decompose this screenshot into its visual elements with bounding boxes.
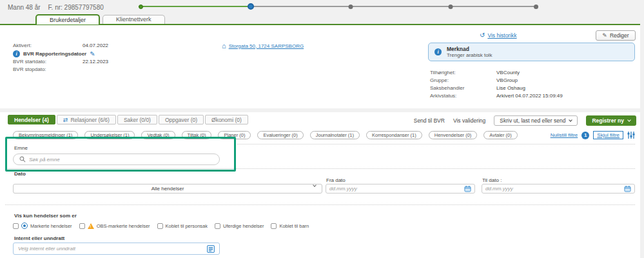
to-date-input[interactable] xyxy=(485,186,621,192)
checkbox-label: Uferdige hendelser xyxy=(223,223,264,229)
list-select-icon[interactable] xyxy=(207,245,215,253)
separator xyxy=(237,144,635,144)
checkbox-label: OBS-markerte hendelser xyxy=(97,223,150,229)
checkbox-koblet-barn: Koblet til barn xyxy=(271,223,309,229)
patient-fnr: F. nr: 29857797580 xyxy=(48,4,104,11)
checkbox-uferdige: Uferdige hendelser xyxy=(215,223,264,229)
note-text: Trenger arabisk tolk xyxy=(447,52,492,58)
pill-avtaler[interactable]: Avtaler (0) xyxy=(483,131,517,139)
tab-hendelser[interactable]: Hendelser (4) xyxy=(8,115,55,124)
checkbox[interactable] xyxy=(215,223,220,229)
sliders-filter-icon xyxy=(627,132,635,139)
pill-evalueringer[interactable]: Evalueringer (0) xyxy=(257,131,303,139)
internal-filter-field xyxy=(13,243,220,255)
internal-filter-input[interactable] xyxy=(18,246,204,252)
tilhorighet-value: VBCounty xyxy=(496,70,520,75)
section-tabs: Hendelser (4) ⇄ Relasjoner (6/6) Saker (… xyxy=(8,115,248,124)
tab-okonomi[interactable]: Økonomi (0) xyxy=(205,115,248,124)
reset-filters-link[interactable]: Nullstill filtre xyxy=(551,132,578,138)
aktivert-value: 04.07.2022 xyxy=(83,43,108,48)
event-filter-checkboxes: Markerte hendelser OBS-markerte hendelse… xyxy=(13,223,309,229)
startdato-label: BVR startdato: xyxy=(13,59,46,64)
pill-bekymringsmeldinger[interactable]: Bekymringsmeldinger (1) xyxy=(13,131,78,139)
note-title: Merknad xyxy=(447,46,492,52)
events-toolbar: Send til BVR Vis validering Skriv ut, la… xyxy=(414,115,636,126)
tab-klientnettverk[interactable]: Klientnettverk xyxy=(102,15,165,24)
relations-icon: ⇄ xyxy=(63,117,68,123)
pill-tiltak[interactable]: Tiltak (0) xyxy=(182,131,212,139)
vis-validering-button[interactable]: Vis validering xyxy=(453,117,485,124)
stepper-track-completed xyxy=(139,6,251,7)
checkbox[interactable] xyxy=(157,223,163,229)
step-dot-completed xyxy=(139,5,143,9)
pill-henvendelser[interactable]: Henvendelser (0) xyxy=(429,131,478,139)
pill-undersokelser[interactable]: Undersøkelser (1) xyxy=(84,131,135,139)
arkivstatus-label: Arkivstatus: xyxy=(430,93,456,99)
separator xyxy=(5,204,635,205)
address-row: ⌂ Storgata 50, 1724 SARPSBORG xyxy=(222,43,304,49)
tab-saker[interactable]: Saker (0/0) xyxy=(117,115,157,124)
hide-filters-label: Skjul filtre xyxy=(597,132,620,138)
progress-stepper xyxy=(139,2,538,11)
tab-relasjoner[interactable]: ⇄ Relasjoner (6/6) xyxy=(57,115,116,124)
edit-pencil-icon[interactable]: ✎ xyxy=(90,51,95,57)
event-type-select[interactable]: Alle hendelser xyxy=(13,184,322,194)
gruppe-label: Gruppe: xyxy=(430,77,449,83)
bvr-reporting-dates-row: i BVR Rapporteringsdatoer ✎ xyxy=(13,50,95,57)
from-date-input[interactable] xyxy=(329,186,462,192)
step-dot xyxy=(448,5,453,9)
chevron-down-icon xyxy=(627,118,631,122)
search-icon xyxy=(19,156,26,163)
warning-triangle-icon xyxy=(88,223,94,229)
checkbox[interactable] xyxy=(271,223,277,229)
pill-korrespondanser[interactable]: Korrespondanser (1) xyxy=(366,131,422,139)
saksbehandler-label: Saksbehandler xyxy=(430,85,464,91)
checkbox[interactable] xyxy=(79,223,85,229)
patient-summary: Mann 48 år F. nr: 29857797580 xyxy=(8,4,104,11)
edit-button-pencil-icon: ✎ xyxy=(602,32,607,39)
filter-controls: Nullstill filtre 1 Skjul filtre xyxy=(551,131,635,139)
from-date-field xyxy=(326,184,475,194)
checkbox-markerte-hendelser: Markerte hendelser xyxy=(13,223,72,229)
checkbox-obs-markerte: OBS-markerte hendelser xyxy=(79,223,150,229)
step-dot xyxy=(534,5,538,9)
address-link[interactable]: Storgata 50, 1724 SARPSBORG xyxy=(229,43,304,49)
pill-vedtak[interactable]: Vedtak (0) xyxy=(141,131,175,139)
step-dot xyxy=(348,5,353,9)
pill-planer[interactable]: Planer (0) xyxy=(218,131,251,139)
saksbehandler-value: Lise Oshaug xyxy=(496,85,525,91)
edit-button-label: Rediger xyxy=(610,32,629,39)
chevron-down-icon xyxy=(569,118,573,122)
info-icon: i xyxy=(13,50,20,57)
register-new-button[interactable]: Registrer ny xyxy=(586,115,636,126)
tab-brukerdetaljer[interactable]: Brukerdetaljer xyxy=(35,14,100,25)
edit-button[interactable]: ✎ Rediger xyxy=(596,30,636,41)
checkbox-label: Koblet til barn xyxy=(279,223,309,229)
patient-label: Mann 48 år xyxy=(8,4,41,11)
gruppe-value: VBGroup xyxy=(496,77,518,83)
pill-journalnotater[interactable]: Journalnotater (1) xyxy=(310,131,360,139)
history-link[interactable]: ↺ Vis historikk xyxy=(480,32,517,39)
house-icon: ⌂ xyxy=(222,43,226,49)
filter-count-badge: 1 xyxy=(581,132,589,139)
print-download-label: Skriv ut, last ned eller send xyxy=(500,117,565,124)
bvr-reporting-dates-label: BVR Rapporteringsdatoer xyxy=(23,51,86,57)
checkbox-label: Koblet til personsak xyxy=(166,223,208,229)
from-date-label: Fra dato xyxy=(326,177,346,183)
events-card: Hendelser (4) ⇄ Relasjoner (6/6) Saker (… xyxy=(0,112,640,258)
send-til-bvr-button[interactable]: Send til BVR xyxy=(414,117,445,124)
tab-oppgaver[interactable]: Oppgaver (0) xyxy=(159,115,204,124)
checkbox[interactable] xyxy=(13,223,19,229)
emne-search-box xyxy=(13,154,220,165)
history-icon: ↺ xyxy=(480,32,485,39)
emne-search-input[interactable] xyxy=(29,157,213,163)
checkbox-label: Markerte hendelser xyxy=(30,223,72,229)
chevron-down-icon xyxy=(313,183,317,187)
hide-filters-button[interactable]: Skjul filtre xyxy=(593,131,623,139)
event-type-select-value: Alle hendelser xyxy=(151,186,184,192)
print-download-dropdown[interactable]: Skriv ut, last ned eller send xyxy=(494,115,578,126)
dato-label: Dato xyxy=(14,171,26,177)
calendar-icon[interactable] xyxy=(464,185,471,192)
history-link-label[interactable]: Vis historikk xyxy=(487,32,516,39)
calendar-icon[interactable] xyxy=(624,185,631,192)
